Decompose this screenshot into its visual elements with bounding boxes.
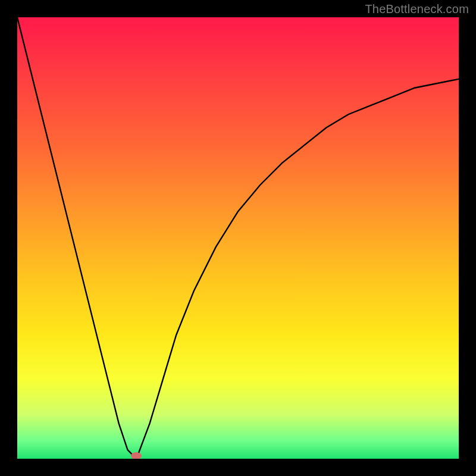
chart-frame: TheBottleneck.com bbox=[0, 0, 476, 476]
curve-path bbox=[17, 17, 459, 459]
watermark-label: TheBottleneck.com bbox=[365, 2, 469, 16]
plot-area bbox=[17, 17, 459, 459]
min-point-dot bbox=[131, 452, 142, 459]
curve-svg bbox=[17, 17, 459, 459]
